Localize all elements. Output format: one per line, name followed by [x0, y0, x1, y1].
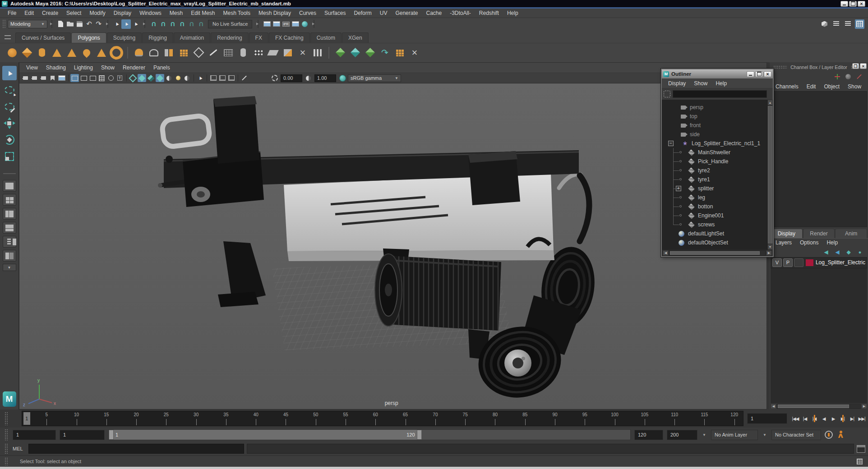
menu-item[interactable]: Mesh Tools: [219, 10, 254, 16]
drag-handle[interactable]: [5, 443, 9, 454]
menu-item[interactable]: Surfaces: [320, 10, 350, 16]
layer-playback-toggle[interactable]: P: [783, 258, 793, 267]
outliner-item[interactable]: Pick_Handle: [662, 157, 767, 166]
range-end-handle[interactable]: [417, 430, 422, 440]
shelf-tab[interactable]: Sculpting: [107, 32, 142, 43]
bookmarks-icon[interactable]: [48, 74, 57, 82]
shelf-tab[interactable]: Custom: [310, 32, 342, 43]
channel-box-content[interactable]: [771, 91, 867, 227]
layout-persp-outliner-button[interactable]: [3, 208, 16, 220]
safe-title-icon[interactable]: [115, 74, 124, 82]
chevron-down-icon[interactable]: ▼: [701, 433, 707, 437]
shelf-separator[interactable]: [328, 47, 329, 59]
shadows-icon[interactable]: [183, 74, 191, 82]
section-collapser[interactable]: [106, 19, 110, 29]
step-back-frame-button[interactable]: |◀: [800, 413, 809, 424]
boolean-union-icon[interactable]: [333, 46, 347, 60]
ipr-render-icon[interactable]: [281, 19, 291, 29]
minimize-window-button[interactable]: [747, 71, 754, 77]
layer-color-swatch[interactable]: [806, 259, 813, 266]
new-scene-icon[interactable]: [56, 19, 65, 29]
menu-item[interactable]: Edit Mesh: [187, 10, 219, 16]
layout-single-pane-button[interactable]: [3, 180, 16, 192]
close-window-button[interactable]: [764, 71, 771, 77]
gamma-field[interactable]: 1.00: [314, 74, 336, 82]
menu-item[interactable]: Redshift: [475, 10, 503, 16]
render-current-frame-icon[interactable]: [272, 19, 281, 29]
menu-set-selector[interactable]: Modeling ▼: [8, 20, 47, 28]
step-forward-frame-button[interactable]: ▶|: [848, 413, 857, 424]
panel-menu-item[interactable]: View: [22, 64, 42, 71]
offset-edge-loop-icon[interactable]: [251, 46, 265, 60]
toolbar-separator[interactable]: [236, 74, 240, 82]
append-polygon-icon[interactable]: [266, 46, 280, 60]
outliner-item[interactable]: tyre1: [662, 175, 767, 184]
scroll-right-icon[interactable]: ▶: [861, 404, 867, 409]
menu-item[interactable]: Curves: [295, 10, 320, 16]
safe-action-icon[interactable]: [106, 74, 115, 82]
lighting-icon[interactable]: [174, 74, 182, 82]
display-layer-row[interactable]: V P Log_Splitter_Electric: [771, 257, 867, 268]
animation-preferences-button[interactable]: [836, 431, 845, 439]
outliner-item[interactable]: leg: [662, 193, 767, 202]
menu-item[interactable]: Generate: [391, 10, 422, 16]
exposure-field[interactable]: 0.00: [281, 74, 302, 82]
outliner-search-input[interactable]: [673, 90, 767, 98]
outliner-item[interactable]: Log_Splitter_Electric_ncl1_1: [662, 139, 767, 148]
quadrangulate-icon[interactable]: [393, 46, 406, 60]
layer-editor-tab[interactable]: Anim: [835, 229, 867, 238]
multi-cut-icon[interactable]: [207, 46, 220, 60]
mirror-geometry-icon[interactable]: [378, 46, 392, 60]
combine-icon[interactable]: [162, 46, 175, 60]
menu-item[interactable]: -3DtoAll-: [446, 10, 475, 16]
select-object-icon[interactable]: [121, 19, 131, 29]
outliner-item[interactable]: splitter: [662, 184, 767, 193]
outliner-title-bar[interactable]: M Outliner: [662, 69, 773, 78]
outliner-item[interactable]: persp: [662, 103, 767, 112]
subdiv-proxy-icon[interactable]: [147, 46, 161, 60]
scale-tool[interactable]: [2, 149, 17, 164]
command-builder-icon[interactable]: [855, 457, 864, 466]
drag-handle[interactable]: [5, 429, 9, 441]
menu-item[interactable]: Mesh Display: [254, 10, 295, 16]
cleanup-icon[interactable]: [408, 46, 421, 60]
range-slider[interactable]: 1 120: [108, 429, 631, 440]
channel-box-menu-item[interactable]: Edit: [803, 83, 820, 90]
snap-curve-icon[interactable]: [158, 19, 168, 29]
current-frame-field[interactable]: 1: [747, 413, 787, 424]
minimize-window-button[interactable]: [840, 1, 848, 7]
shelf-tab[interactable]: FX: [249, 32, 268, 43]
quad-draw-icon[interactable]: [222, 46, 235, 60]
menu-item[interactable]: Modify: [85, 10, 109, 16]
sculpt-tool-icon[interactable]: [281, 46, 295, 60]
outliner-item[interactable]: MainShweller: [662, 148, 767, 157]
make-live-icon[interactable]: [196, 19, 206, 29]
film-gate-icon[interactable]: [70, 74, 79, 82]
playback-range-bar[interactable]: 1 120: [109, 430, 422, 440]
animation-end-field[interactable]: 200: [667, 430, 697, 440]
toolbar-separator[interactable]: [205, 74, 208, 82]
outliner-item[interactable]: top: [662, 112, 767, 121]
select-hierarchy-icon[interactable]: [112, 19, 121, 29]
layer-editor-menu-item[interactable]: Layers: [771, 239, 796, 246]
window-resize-edge[interactable]: [0, 467, 868, 469]
time-slider[interactable]: 5101520253035404550556065707580859095100…: [22, 411, 743, 426]
section-collapser[interactable]: [143, 19, 147, 29]
wireframe-icon[interactable]: [129, 74, 137, 82]
render-view-icon[interactable]: [262, 19, 272, 29]
panel-menu-item[interactable]: Panels: [149, 64, 174, 71]
grease-pencil-icon[interactable]: [240, 74, 249, 82]
shelf-separator[interactable]: [127, 47, 128, 59]
go-to-end-button[interactable]: ▶▶|: [857, 413, 866, 424]
poly-pyramid-icon[interactable]: [65, 46, 78, 60]
step-forward-key-button[interactable]: ▶|: [838, 413, 847, 424]
outliner-item[interactable]: tyre2: [662, 166, 767, 175]
character-set-dropdown[interactable]: No Character Set: [771, 430, 821, 440]
scrollbar-thumb[interactable]: [778, 405, 849, 408]
drag-handle[interactable]: [5, 457, 9, 465]
resolution-gate-icon[interactable]: [79, 74, 88, 82]
section-collapser[interactable]: [312, 19, 316, 29]
animation-start-field[interactable]: 1: [13, 430, 56, 440]
playback-end-field[interactable]: 120: [634, 430, 663, 440]
isolate-select-icon[interactable]: [196, 74, 204, 82]
